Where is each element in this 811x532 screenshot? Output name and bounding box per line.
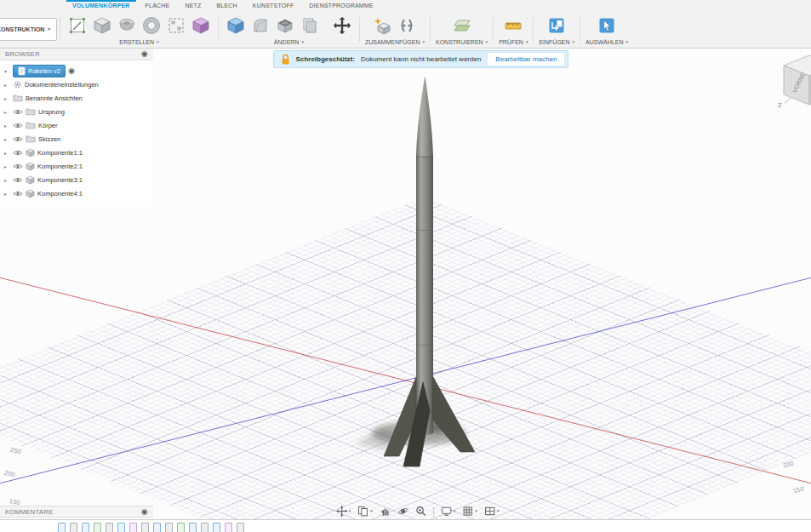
visibility-eye-icon[interactable] <box>13 163 23 170</box>
zoom-button[interactable] <box>415 506 426 517</box>
expand-arrow-icon[interactable]: ▸ <box>4 191 10 197</box>
move-copy-icon[interactable] <box>330 14 354 37</box>
toolbar-separator <box>60 17 60 42</box>
document-icon <box>18 66 26 76</box>
expand-arrow-icon[interactable]: ▸ <box>4 123 10 129</box>
pan-move-button[interactable]: ▾ <box>336 506 351 517</box>
pattern-icon[interactable] <box>164 14 188 37</box>
konstruktion-dropdown[interactable]: KONSTRUKTION ▾ <box>0 18 57 41</box>
grid-snaps-button[interactable]: ▾ <box>462 506 477 517</box>
timeline-feature-icon[interactable] <box>129 523 137 532</box>
tab-dienstprogramme[interactable]: DIENSTPROGRAMME <box>301 0 380 11</box>
expand-arrow-icon[interactable]: ▸ <box>4 95 10 101</box>
rocket-nose-cone[interactable] <box>416 77 433 156</box>
press-pull-icon[interactable] <box>224 14 248 37</box>
timeline-feature-icon[interactable] <box>189 523 197 532</box>
z-axis-line <box>0 277 811 484</box>
timeline-feature-icon[interactable] <box>213 523 220 532</box>
tab-netz[interactable]: NETZ <box>177 0 208 11</box>
new-component-icon[interactable] <box>370 14 394 37</box>
tab-blech[interactable]: BLECH <box>208 0 244 11</box>
timeline-feature-icon[interactable] <box>94 523 101 532</box>
orbit-button[interactable] <box>397 506 408 517</box>
timeline-feature-icon[interactable] <box>165 523 173 532</box>
display-settings-button[interactable]: ▾ <box>441 506 456 517</box>
visibility-eye-icon[interactable] <box>13 149 23 157</box>
visibility-eye-icon[interactable] <box>13 135 23 143</box>
expand-arrow-icon[interactable]: ▾ <box>4 68 10 74</box>
tree-row-koerper[interactable]: ▸ Körper <box>0 118 153 132</box>
timeline-feature-icon[interactable] <box>225 523 232 532</box>
expand-arrow-icon[interactable]: ▸ <box>4 109 10 115</box>
tree-row-komponente2[interactable]: ▸ Komponente2:1 <box>0 159 153 173</box>
timeline-feature-icon[interactable] <box>82 523 89 532</box>
select-cursor-icon[interactable] <box>595 14 619 37</box>
primitive-box-icon[interactable] <box>189 14 213 37</box>
rocket-model[interactable] <box>384 77 475 466</box>
browser-header[interactable]: BROWSER ◉ <box>0 49 153 60</box>
timeline-feature-icon[interactable] <box>70 523 77 532</box>
tab-kunststoff[interactable]: KUNSTSTOFF <box>245 0 302 11</box>
timeline-feature-icon[interactable] <box>237 523 244 532</box>
visibility-eye-icon[interactable] <box>13 176 23 184</box>
konstruieren-dropdown[interactable]: KONSTRUIEREN▾ <box>436 38 488 45</box>
expand-arrow-icon[interactable]: ▸ <box>4 136 10 142</box>
visibility-eye-icon[interactable] <box>13 190 23 197</box>
visibility-eye-icon[interactable] <box>13 108 23 116</box>
einfuegen-dropdown[interactable]: EINFÜGEN▾ <box>539 38 574 45</box>
fillet-icon[interactable] <box>248 14 272 37</box>
timeline-feature-icon[interactable] <box>201 523 208 532</box>
panel-collapse-icon[interactable]: ◉ <box>141 508 148 516</box>
expand-arrow-icon[interactable]: ▸ <box>4 163 10 169</box>
comments-header[interactable]: KOMMENTARE ◉ <box>0 506 153 518</box>
tab-volumenkoerper[interactable]: VOLUMENKÖRPER <box>65 0 138 11</box>
panel-collapse-icon[interactable]: ◉ <box>141 50 148 58</box>
sweep-icon[interactable] <box>140 14 163 37</box>
pruefen-dropdown[interactable]: PRÜFEN▾ <box>499 38 528 45</box>
file-views-button[interactable]: ▾ <box>357 506 373 517</box>
viewports-button[interactable]: ▾ <box>484 506 500 517</box>
timeline-feature-icon[interactable] <box>177 523 185 532</box>
expand-arrow-icon[interactable]: ▸ <box>4 177 10 183</box>
make-editable-button[interactable]: Bearbeitbar machen <box>487 52 565 66</box>
tree-row-ursprung[interactable]: ▸ Ursprung <box>0 105 153 118</box>
document-root-chip[interactable]: Raketen v2 <box>13 65 66 77</box>
revolve-icon[interactable] <box>115 14 139 37</box>
viewcube[interactable]: VORNE Z <box>777 50 811 112</box>
measure-icon[interactable] <box>501 14 525 37</box>
tree-row-dokumenteneinstellungen[interactable]: ▸ Dokumenteneinstellungen <box>0 77 153 91</box>
auswaehlen-dropdown[interactable]: AUSWÄHLEN▾ <box>585 38 628 45</box>
timeline-feature-icon[interactable] <box>58 523 66 532</box>
browser-root-row[interactable]: ▾ Raketen v2 ◉ <box>0 64 153 77</box>
document-root-label: Raketen v2 <box>28 67 60 75</box>
timeline-feature-icon[interactable] <box>106 523 113 532</box>
tab-flaeche[interactable]: FLÄCHE <box>138 0 178 11</box>
joint-icon[interactable] <box>395 14 419 37</box>
tree-row-komponente3[interactable]: ▸ Komponente3:1 <box>0 173 153 186</box>
viewport-3d[interactable]: 250 200 150 200 150 VORNE Z Schreibgesch… <box>0 49 811 519</box>
combine-icon[interactable] <box>298 14 322 37</box>
create-sketch-icon[interactable] <box>66 14 89 37</box>
activate-radio-icon[interactable]: ◉ <box>68 67 75 75</box>
visibility-eye-icon[interactable] <box>13 122 23 129</box>
tree-row-komponente1[interactable]: ▸ Komponente1:1 <box>0 146 153 159</box>
expand-arrow-icon[interactable]: ▸ <box>4 150 10 156</box>
timeline-feature-icon[interactable] <box>117 523 125 532</box>
shell-icon[interactable] <box>273 14 297 37</box>
insert-icon[interactable] <box>545 14 568 37</box>
konstruktion-label: KONSTRUKTION <box>0 26 44 32</box>
tree-row-benannte-ansichten[interactable]: ▸ Benannte Ansichten <box>0 91 153 105</box>
aendern-dropdown[interactable]: ÄNDERN▾ <box>274 38 304 45</box>
pan-hand-button[interactable] <box>380 506 391 517</box>
timeline-feature-icon[interactable] <box>153 523 161 532</box>
expand-arrow-icon[interactable]: ▸ <box>4 82 10 88</box>
tree-item-label: Ursprung <box>38 108 65 116</box>
group-zusammenfuegen: ZUSAMMENFÜGEN▾ <box>363 11 427 48</box>
construction-plane-icon[interactable] <box>450 14 474 37</box>
tree-row-skizzen[interactable]: ▸ Skizzen <box>0 132 153 146</box>
timeline-feature-icon[interactable] <box>141 523 149 532</box>
erstellen-dropdown[interactable]: ERSTELLEN▾ <box>119 38 158 45</box>
zusammenfuegen-dropdown[interactable]: ZUSAMMENFÜGEN▾ <box>365 38 425 45</box>
tree-row-komponente4[interactable]: ▸ Komponente4:1 <box>0 186 153 200</box>
extrude-icon[interactable] <box>90 14 114 37</box>
